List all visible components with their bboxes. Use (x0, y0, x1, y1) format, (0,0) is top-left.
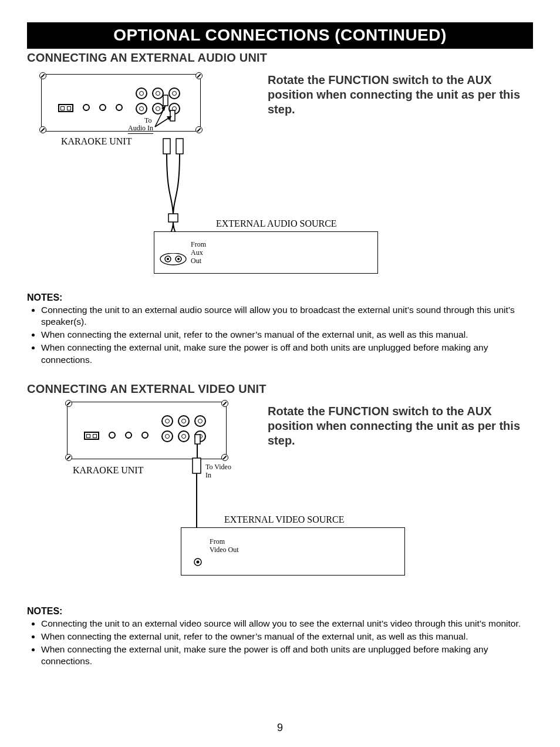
rca-jack-icon (178, 430, 190, 442)
video-instruction-text: Rotate the FUNCTION switch to the AUX po… (268, 404, 533, 448)
video-section-row: KARAOKE UNIT To Video In EXTERNAL VIDEO … (27, 399, 533, 599)
audio-section-row: KARAOKE UNIT To Audio In (27, 68, 533, 285)
external-audio-box: From Aux Out (154, 231, 378, 274)
audio-note-item: Connecting the unit to an external audio… (41, 304, 533, 328)
from-label: From (191, 240, 206, 249)
ext-audio-source-label: EXTERNAL AUDIO SOURCE (216, 218, 337, 229)
audio-diagram: KARAOKE UNIT To Audio In (27, 68, 262, 285)
audio-note-item: When connecting the external unit, make … (41, 342, 533, 365)
aux-label: Aux (191, 248, 203, 257)
audio-instruction-text: Rotate the FUNCTION switch to the AUX po… (268, 73, 533, 117)
karaoke-unit-panel (41, 74, 201, 132)
power-port-icon (84, 432, 99, 440)
svg-point-11 (167, 258, 169, 260)
rca-jack-icon (161, 415, 173, 427)
karaoke-unit-label-video: KARAOKE UNIT (73, 465, 143, 476)
jack-small-icon (99, 104, 106, 111)
video-instruction-col: Rotate the FUNCTION switch to the AUX po… (262, 399, 533, 448)
video-note-item: Connecting the unit to an external video… (41, 618, 533, 630)
section-title-audio: CONNECTING AN EXTERNAL AUDIO UNIT (27, 51, 533, 65)
video-note-item: When connecting the external unit, refer… (41, 631, 533, 642)
svg-rect-4 (168, 214, 178, 222)
ext-video-source-label: EXTERNAL VIDEO SOURCE (224, 514, 344, 525)
section-title-video: CONNECTING AN EXTERNAL VIDEO UNIT (27, 382, 533, 396)
audio-note-item: When connecting the external unit, refer… (41, 329, 533, 341)
video-out-jack-icon (193, 557, 205, 569)
jack-small-icon (116, 104, 123, 111)
from-label-video: From (210, 537, 225, 546)
svg-rect-2 (163, 139, 170, 154)
jack-small-icon (109, 432, 116, 439)
karaoke-unit-panel-video (67, 402, 227, 459)
rca-jack-icon (152, 103, 164, 115)
power-port-icon (58, 104, 73, 112)
to-video-label-1: To Video (205, 463, 231, 472)
external-video-box: From Video Out (181, 527, 405, 576)
rca-jack-icon (194, 415, 206, 427)
video-note-item: When connecting the external unit, make … (41, 644, 533, 667)
rca-jack-icon (152, 88, 164, 99)
aux-out-jacks-icon (159, 253, 188, 267)
svg-rect-3 (176, 139, 183, 154)
rca-jack-icon (178, 415, 190, 427)
video-notes-list: Connecting the unit to an external video… (27, 618, 533, 668)
rca-jack-icon (168, 88, 180, 99)
audio-in-label-2: Audio In (128, 124, 153, 134)
out-label: Out (191, 257, 201, 265)
video-diagram: KARAOKE UNIT To Video In EXTERNAL VIDEO … (27, 399, 262, 599)
jack-small-icon (83, 104, 90, 111)
jack-small-icon (141, 432, 149, 439)
rca-jack-icon (136, 103, 147, 115)
svg-rect-15 (193, 458, 201, 473)
page-header-bar: OPTIONAL CONNECTIONS (CONTINUED) (27, 22, 533, 49)
audio-instruction-col: Rotate the FUNCTION switch to the AUX po… (262, 68, 533, 117)
audio-notes-title: NOTES: (27, 292, 533, 303)
svg-point-13 (177, 258, 180, 260)
rca-jack-icon (161, 430, 173, 442)
to-video-label-2: In (205, 471, 211, 480)
svg-point-9 (160, 253, 186, 265)
page-number: 9 (0, 722, 560, 734)
rca-jack-icon (168, 103, 180, 115)
video-out-label: Video Out (210, 546, 239, 554)
video-notes-title: NOTES: (27, 606, 533, 617)
rca-jack-icon (194, 430, 206, 442)
rca-jack-icon (136, 88, 147, 99)
karaoke-unit-label: KARAOKE UNIT (61, 136, 131, 147)
audio-notes-list: Connecting the unit to an external audio… (27, 304, 533, 366)
jack-small-icon (125, 432, 132, 439)
svg-point-19 (197, 560, 200, 563)
